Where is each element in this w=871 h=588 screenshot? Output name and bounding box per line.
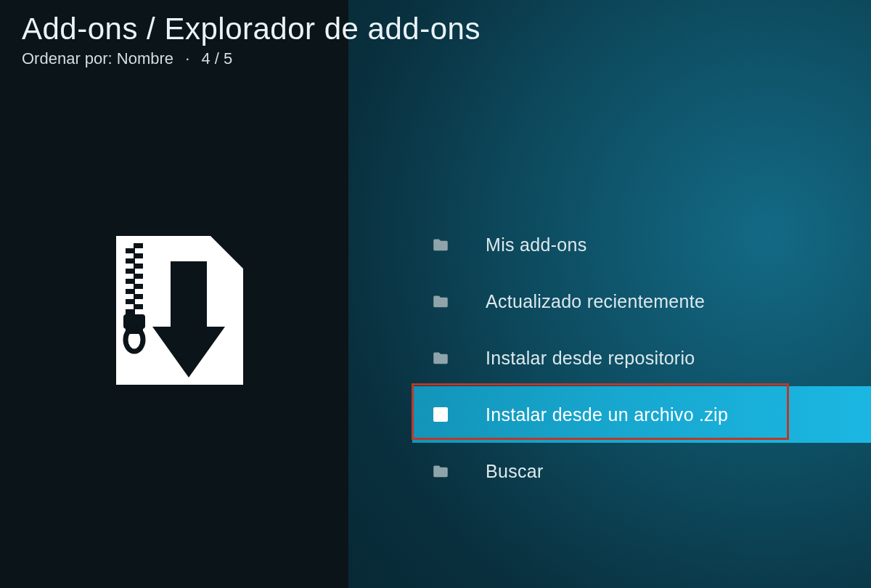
- menu-item-label: Mis add-ons: [486, 234, 586, 256]
- svg-rect-10: [135, 279, 143, 284]
- sort-line: Ordenar por: Nombre · 4 / 5: [22, 49, 481, 68]
- menu-list: Mis add-ons Actualizado recientemente In…: [412, 216, 871, 499]
- svg-rect-15: [126, 304, 134, 309]
- svg-rect-9: [126, 274, 134, 279]
- svg-rect-16: [135, 309, 143, 314]
- svg-rect-13: [126, 294, 134, 299]
- svg-rect-14: [135, 299, 143, 304]
- file-icon: [430, 404, 451, 425]
- folder-icon: [430, 348, 451, 368]
- folder-icon: [430, 291, 451, 311]
- position-indicator: 4 / 5: [201, 49, 232, 68]
- svg-rect-7: [126, 264, 134, 269]
- menu-item-label: Buscar: [486, 461, 544, 482]
- menu-item-label: Instalar desde repositorio: [486, 348, 695, 369]
- folder-icon: [430, 461, 451, 481]
- svg-rect-12: [135, 289, 143, 294]
- menu-item-my-addons[interactable]: Mis add-ons: [412, 216, 871, 273]
- menu-item-install-from-repo[interactable]: Instalar desde repositorio: [412, 330, 871, 386]
- folder-icon: [430, 234, 451, 255]
- menu-item-label: Instalar desde un archivo .zip: [486, 404, 728, 425]
- menu-item-label: Actualizado recientemente: [486, 291, 705, 312]
- separator-dot: ·: [185, 49, 189, 68]
- sort-label: Ordenar por: Nombre: [22, 49, 173, 68]
- menu-item-search[interactable]: Buscar: [412, 443, 871, 499]
- breadcrumb: Add-ons / Explorador de add-ons: [22, 12, 481, 46]
- zip-download-icon: [87, 221, 261, 396]
- header: Add-ons / Explorador de add-ons Ordenar …: [22, 12, 481, 68]
- svg-rect-6: [135, 258, 143, 264]
- svg-rect-3: [126, 243, 134, 248]
- left-pane: [0, 0, 348, 588]
- svg-rect-11: [126, 284, 134, 289]
- svg-rect-8: [135, 269, 143, 274]
- menu-item-install-from-zip[interactable]: Instalar desde un archivo .zip: [412, 386, 871, 443]
- svg-rect-5: [126, 253, 134, 258]
- svg-rect-19: [171, 261, 207, 327]
- svg-rect-4: [135, 248, 143, 253]
- menu-item-recently-updated[interactable]: Actualizado recientemente: [412, 273, 871, 330]
